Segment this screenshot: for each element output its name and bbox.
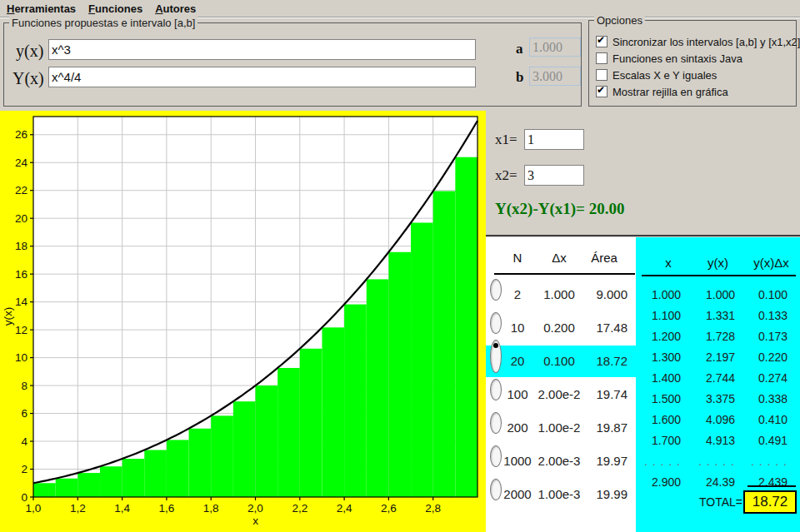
area-value: 19.97 (582, 451, 628, 471)
n-table-row-200[interactable]: 2001.00e-219.87 (486, 418, 636, 438)
yx-value: 2.197 (681, 350, 735, 365)
riemann-rectangle (167, 440, 189, 497)
sum-row-ellipsis: . . . . .. . . . .. . . . . (636, 454, 800, 469)
option-row-1[interactable]: Funciones en sintaxis Java (596, 52, 742, 65)
riemann-rectangle (256, 385, 278, 497)
y-function-label: y(x) (16, 42, 43, 61)
sum-row-1.700: 1.7004.9130.491 (636, 433, 800, 448)
riemann-rectangle (411, 223, 433, 497)
x-value: 1.400 (636, 370, 681, 385)
radio-selected[interactable] (490, 340, 502, 373)
b-label: b (516, 69, 523, 86)
option-label: Funciones en sintaxis Java (612, 52, 742, 65)
n-value: 100 (502, 385, 532, 405)
yx-value: 1.728 (681, 329, 735, 344)
riemann-rectangle (78, 473, 100, 497)
options-panel: Opciones Sincronizar los intervalos [a,b… (588, 20, 797, 107)
riemann-rectangle (189, 429, 212, 497)
y-tick-label: 10 (15, 351, 28, 364)
applet-window: HerramientasFuncionesAutores Funciones p… (0, 0, 800, 532)
yxdx-value: 0.274 (735, 370, 788, 385)
menu-item-herramientas[interactable]: Herramientas (7, 2, 76, 15)
n-table-underline (494, 273, 635, 275)
total-separator-line (748, 485, 796, 487)
functions-panel-title: Funciones propuestas e intervalo [a,b] (9, 17, 198, 29)
riemann-rectangle (388, 252, 411, 497)
y-tick-label: 4 (21, 435, 28, 448)
n-table-panel: N Δx Área 21.0009.000100.20017.48200.100… (486, 237, 636, 532)
n-table-row-20[interactable]: 200.10018.72 (486, 346, 636, 377)
x-tick-label: 1,2 (70, 502, 86, 515)
radio-unselected[interactable] (490, 412, 502, 434)
radio-unselected[interactable] (490, 379, 502, 400)
radio-unselected[interactable] (490, 312, 502, 334)
y-tick-label: 14 (15, 296, 28, 308)
yx-value: 1.000 (681, 287, 735, 302)
menu-item-funciones[interactable]: Funciones (88, 2, 142, 15)
n-table-row-2[interactable]: 21.0009.000 (486, 285, 636, 305)
y-tick-label: 12 (15, 324, 28, 336)
y-tick-label: 18 (15, 240, 28, 252)
Y-antiderivative-input[interactable] (48, 67, 476, 87)
checkbox-checked[interactable] (596, 36, 608, 47)
riemann-rectangle (344, 305, 367, 497)
yx-value: 1.331 (681, 308, 735, 323)
yx-value: 3.375 (681, 391, 735, 406)
n-table-row-10[interactable]: 100.20017.48 (486, 318, 636, 338)
radio-unselected[interactable] (490, 479, 502, 500)
n-value: 2000 (502, 485, 532, 505)
y-tick-label: 26 (15, 128, 28, 141)
x-value: 1.700 (636, 433, 681, 448)
option-row-2[interactable]: Escalas X e Y iguales (596, 68, 717, 82)
option-row-3[interactable]: Mostrar rejilla en gráfica (596, 85, 728, 98)
sum-row-1.400: 1.4002.7440.274 (636, 370, 800, 385)
option-label: Mostrar rejilla en gráfica (612, 86, 728, 98)
checkbox-checked[interactable] (596, 86, 608, 97)
option-row-0[interactable]: Sincronizar los intervalos [a,b] y [x1,x… (596, 35, 800, 48)
sum-table-underline (642, 275, 796, 276)
area-value: 17.48 (582, 318, 628, 338)
x-value: . . . . . (636, 454, 681, 469)
option-label: Sincronizar los intervalos [a,b] y [x1,x… (612, 36, 800, 48)
riemann-rectangle (122, 459, 145, 497)
yx-value: . . . . . (681, 454, 735, 469)
y-tick-label: 6 (21, 407, 28, 420)
yxdx-value: 0.173 (735, 329, 788, 344)
y-tick-label: 8 (21, 380, 28, 392)
riemann-rectangle (367, 279, 389, 497)
option-label: Escalas X e Y iguales (612, 69, 717, 82)
n-table-row-2000[interactable]: 20001.00e-319.99 (486, 485, 636, 505)
total-value-box: 18.72 (743, 490, 797, 514)
riemann-rectangle (233, 401, 256, 497)
yxdx-value: 0.220 (735, 350, 788, 365)
y-tick-label: 2 (21, 463, 28, 475)
y-axis-title: y(x) (2, 307, 14, 326)
x-value: 1.300 (636, 350, 681, 365)
radio-unselected[interactable] (490, 279, 502, 301)
checkbox-unchecked[interactable] (596, 69, 608, 81)
menu-item-autores[interactable]: Autores (155, 2, 196, 15)
x-value: 1.200 (636, 329, 681, 344)
options-panel-title: Opciones (594, 14, 645, 27)
n-value: 1000 (502, 451, 532, 471)
x-value: 1.500 (636, 391, 681, 406)
n-table-row-100[interactable]: 1002.00e-219.74 (486, 385, 636, 405)
x1-input[interactable] (524, 129, 584, 150)
yxdx-value: 0.338 (735, 391, 788, 406)
dx-value: 0.100 (532, 346, 586, 377)
b-input (529, 67, 581, 86)
area-header: Área (576, 251, 632, 265)
n-table-row-1000[interactable]: 10002.00e-319.97 (486, 451, 636, 471)
checkbox-unchecked[interactable] (596, 52, 608, 64)
area-value: 19.74 (582, 385, 628, 405)
x-value: 1.600 (636, 412, 681, 427)
sum-row-1.500: 1.5003.3750.338 (636, 391, 800, 406)
divider-line (486, 235, 800, 236)
y-function-input[interactable] (48, 39, 476, 60)
x-axis-title: x (252, 515, 258, 527)
Y-antiderivative-label: Y(x) (12, 69, 44, 88)
total-label: TOTAL= (673, 495, 742, 509)
n-value: 2 (502, 285, 532, 305)
x2-input[interactable] (524, 165, 584, 186)
radio-unselected[interactable] (490, 445, 502, 467)
